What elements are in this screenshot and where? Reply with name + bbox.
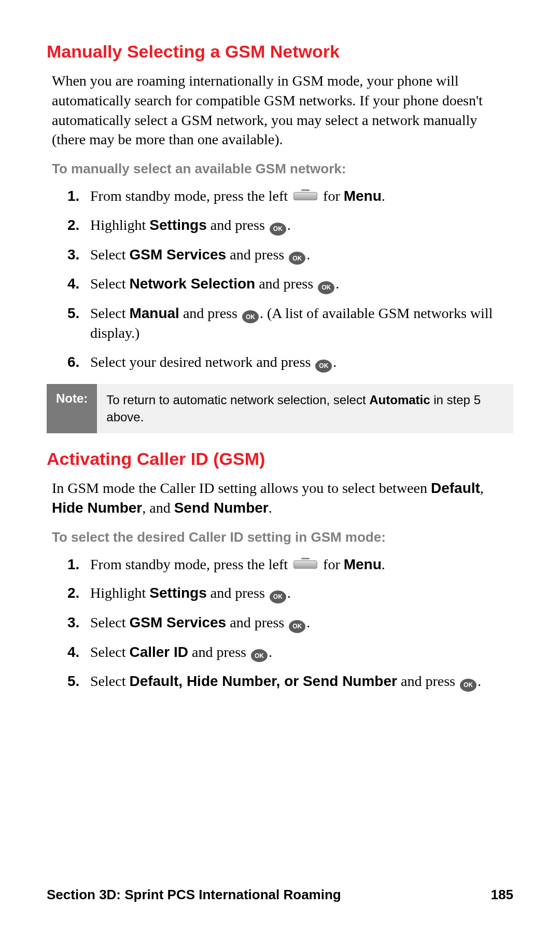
heading-caller-id: Activating Caller ID (GSM) <box>47 449 513 469</box>
text: , <box>480 480 484 496</box>
text: and press <box>255 276 317 292</box>
step-2-5: Select Default, Hide Number, or Send Num… <box>67 671 508 692</box>
text: for <box>319 556 344 572</box>
bold: GSM Services <box>129 614 226 630</box>
text: . <box>287 585 291 601</box>
text: . <box>382 556 385 572</box>
bold: Default <box>431 480 480 496</box>
softkey-icon <box>293 560 317 569</box>
text: Select <box>90 614 129 630</box>
text: Highlight <box>90 585 149 601</box>
intro-paragraph-1: When you are roaming internationally in … <box>52 71 508 149</box>
text: . <box>287 217 291 233</box>
text: . <box>306 614 310 630</box>
note-label: Note: <box>47 384 97 433</box>
steps-list-2: From standby mode, press the left for Me… <box>67 555 508 692</box>
text: and press <box>397 673 459 689</box>
ok-icon: OK <box>270 590 286 603</box>
ok-icon: OK <box>242 310 259 323</box>
text: . <box>335 276 339 292</box>
text: Select <box>90 276 129 292</box>
bold: Menu <box>344 188 382 204</box>
bold: Menu <box>344 556 382 572</box>
ok-icon: OK <box>318 281 334 294</box>
bold: Settings <box>149 217 206 233</box>
text: . <box>478 673 481 689</box>
text: From standby mode, press the left <box>90 188 291 204</box>
text: and press <box>226 614 288 630</box>
text: and press <box>179 305 241 321</box>
text: Select <box>90 673 129 689</box>
text: From standby mode, press the left <box>90 556 291 572</box>
softkey-icon <box>293 192 317 200</box>
text: and press <box>226 246 288 263</box>
bold: Default, Hide Number, or Send Number <box>129 673 397 689</box>
text: , and <box>142 500 174 516</box>
intro-paragraph-2: In GSM mode the Caller ID setting allows… <box>52 478 508 518</box>
text: In GSM mode the Caller ID setting allows… <box>52 480 431 496</box>
text: and press <box>207 217 269 233</box>
text: Select your desired network and press <box>90 354 314 370</box>
ok-icon: OK <box>270 223 286 236</box>
page: Manually Selecting a GSM Network When yo… <box>0 0 560 934</box>
step-1-5: Select Manual and press OK. (A list of a… <box>67 304 508 343</box>
ok-icon: OK <box>289 252 305 265</box>
bold: Manual <box>129 305 179 321</box>
text: Highlight <box>90 217 149 233</box>
bold: Send Number <box>174 500 269 516</box>
leadin-2: To select the desired Caller ID setting … <box>52 529 508 545</box>
step-2-2: Highlight Settings and press OK. <box>67 583 508 603</box>
bold: Network Selection <box>129 276 255 292</box>
footer-section: Section 3D: Sprint PCS International Roa… <box>47 887 341 903</box>
text: . <box>382 188 385 204</box>
step-1-2: Highlight Settings and press OK. <box>67 215 508 236</box>
leadin-1: To manually select an available GSM netw… <box>52 161 508 177</box>
heading-gsm-network: Manually Selecting a GSM Network <box>47 42 513 62</box>
note-body: To return to automatic network selection… <box>97 384 513 433</box>
footer-page-number: 185 <box>491 887 513 903</box>
step-1-3: Select GSM Services and press OK. <box>67 245 508 265</box>
bold: Automatic <box>369 393 430 407</box>
text: for <box>319 188 344 204</box>
text: Select <box>90 644 129 660</box>
bold: Settings <box>149 585 206 601</box>
text: . <box>306 246 310 263</box>
step-1-1: From standby mode, press the left for Me… <box>67 186 508 206</box>
text: and press <box>188 644 250 660</box>
step-2-4: Select Caller ID and press OK. <box>67 642 508 663</box>
bold: Caller ID <box>129 644 188 660</box>
text: and press <box>207 585 269 601</box>
ok-icon: OK <box>289 620 305 633</box>
ok-icon: OK <box>460 679 477 692</box>
text: To return to automatic network selection… <box>106 393 369 407</box>
text: . <box>269 644 272 660</box>
ok-icon: OK <box>315 360 332 373</box>
bold: GSM Services <box>129 246 226 263</box>
text: Select <box>90 246 129 263</box>
step-1-4: Select Network Selection and press OK. <box>67 274 508 294</box>
steps-list-1: From standby mode, press the left for Me… <box>67 186 508 373</box>
text: . <box>333 354 337 370</box>
note-box: Note: To return to automatic network sel… <box>47 384 513 433</box>
step-2-3: Select GSM Services and press OK. <box>67 613 508 633</box>
step-1-6: Select your desired network and press OK… <box>67 352 508 373</box>
text: Select <box>90 305 129 321</box>
text: . <box>269 500 272 516</box>
bold: Hide Number <box>52 500 142 516</box>
step-2-1: From standby mode, press the left for Me… <box>67 555 508 574</box>
page-footer: Section 3D: Sprint PCS International Roa… <box>47 887 513 903</box>
ok-icon: OK <box>251 649 268 662</box>
